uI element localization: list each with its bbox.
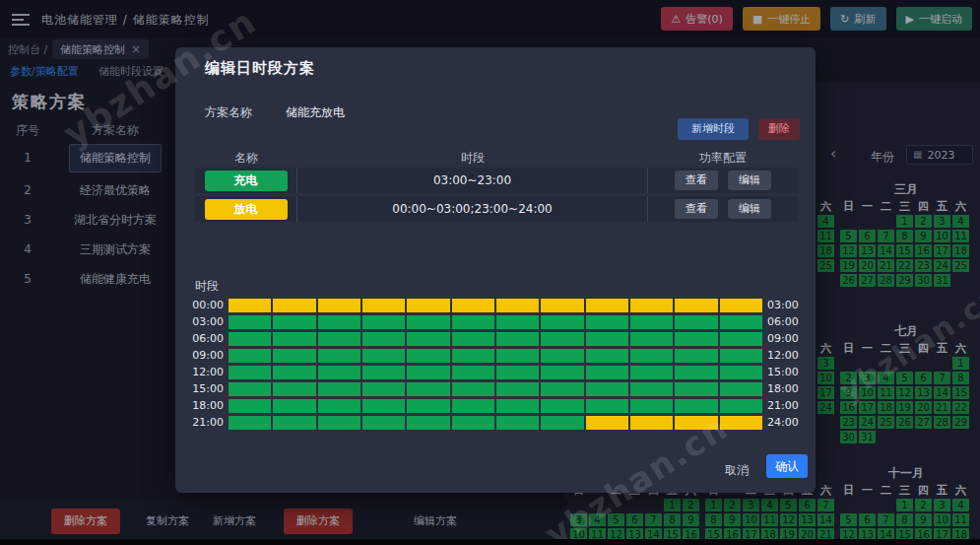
time-grid-cell[interactable] [541,366,583,379]
time-grid-cell[interactable] [496,332,539,346]
time-grid-cell[interactable] [452,399,494,413]
time-grid-cell[interactable] [675,315,717,329]
cancel-button[interactable]: 取消 [719,458,754,483]
time-grid-cell[interactable] [273,315,315,329]
time-grid-cell[interactable] [541,416,583,430]
time-grid-cell[interactable] [675,399,717,413]
time-grid-cell[interactable] [229,332,271,346]
time-grid-cell[interactable] [496,416,539,430]
time-grid-cell[interactable] [720,349,762,363]
time-grid-cell[interactable] [541,382,583,396]
time-grid-cell[interactable] [630,399,673,413]
time-grid-cell[interactable] [630,416,673,430]
period-type-button[interactable]: 充电 [205,170,288,191]
time-grid-cell[interactable] [452,416,494,430]
time-grid-cell[interactable] [586,399,628,413]
time-grid-cell[interactable] [541,332,583,346]
time-grid-cell[interactable] [407,349,449,363]
time-grid-cell[interactable] [586,416,628,430]
time-grid-cell[interactable] [362,349,405,363]
time-grid-cell[interactable] [229,416,271,430]
time-grid-cell[interactable] [407,315,449,329]
time-grid-cell[interactable] [675,416,717,430]
time-grid-cell[interactable] [720,315,762,329]
time-grid-cell[interactable] [362,332,405,346]
time-grid-cell[interactable] [496,366,539,379]
time-grid-cell[interactable] [362,416,405,430]
time-grid-cell[interactable] [318,349,360,363]
time-grid-cell[interactable] [452,332,494,346]
time-grid-cell[interactable] [496,349,539,363]
time-grid-cell[interactable] [541,349,583,363]
time-grid-cell[interactable] [720,332,762,346]
time-grid-cell[interactable] [318,382,360,396]
time-grid-cell[interactable] [273,349,315,363]
view-button[interactable]: 查看 [675,170,718,190]
time-grid-cell[interactable] [229,315,271,329]
time-grid-cell[interactable] [675,299,717,312]
time-grid-cell[interactable] [273,299,315,312]
time-grid-cell[interactable] [229,382,271,396]
time-grid-cell[interactable] [318,366,360,379]
time-grid-cell[interactable] [273,382,315,396]
time-grid-cell[interactable] [407,332,449,346]
time-grid-cell[interactable] [586,366,628,379]
time-grid-cell[interactable] [229,299,271,312]
time-grid-cell[interactable] [720,382,762,396]
time-grid-cell[interactable] [273,332,315,346]
time-grid-cell[interactable] [318,332,360,346]
time-grid-cell[interactable] [273,399,315,413]
time-grid-cell[interactable] [496,299,539,312]
time-grid-cell[interactable] [630,299,673,312]
time-grid-cell[interactable] [273,416,315,430]
time-grid-cell[interactable] [720,399,762,413]
time-grid-cell[interactable] [229,349,271,363]
time-grid-cell[interactable] [452,366,494,379]
time-grid-cell[interactable] [720,299,762,312]
time-grid-cell[interactable] [362,299,405,312]
time-grid-cell[interactable] [630,366,673,379]
time-grid-cell[interactable] [362,382,405,396]
edit-button[interactable]: 编辑 [728,199,771,219]
time-grid-cell[interactable] [675,349,717,363]
time-grid-cell[interactable] [586,349,628,363]
time-grid-cell[interactable] [675,366,717,379]
time-grid-cell[interactable] [407,366,449,379]
time-grid-cell[interactable] [318,399,360,413]
time-grid-cell[interactable] [541,315,583,329]
time-grid-cell[interactable] [229,399,271,413]
period-type-button[interactable]: 放电 [205,199,288,220]
time-grid-cell[interactable] [318,315,360,329]
time-grid-cell[interactable] [720,366,762,379]
time-grid-cell[interactable] [675,332,717,346]
time-grid-cell[interactable] [407,399,449,413]
view-button[interactable]: 查看 [675,199,718,219]
time-grid-cell[interactable] [452,349,494,363]
time-grid-cell[interactable] [630,382,673,396]
time-grid-cell[interactable] [496,382,539,396]
time-grid-cell[interactable] [318,416,360,430]
time-grid-cell[interactable] [586,299,628,312]
time-grid-cell[interactable] [541,299,583,312]
time-grid-cell[interactable] [586,382,628,396]
delete-period-button[interactable]: 删除 [758,118,800,140]
time-grid-cell[interactable] [452,382,494,396]
time-grid-cell[interactable] [675,382,717,396]
time-grid-cell[interactable] [630,315,673,329]
time-grid-cell[interactable] [407,382,449,396]
time-grid-cell[interactable] [720,416,762,430]
time-grid-cell[interactable] [630,332,673,346]
time-grid-cell[interactable] [586,315,628,329]
time-grid-cell[interactable] [318,299,360,312]
time-grid-cell[interactable] [541,399,583,413]
add-period-button[interactable]: 新增时段 [678,118,749,140]
time-grid-cell[interactable] [362,366,405,379]
time-grid-cell[interactable] [362,315,405,329]
time-grid-cell[interactable] [407,416,449,430]
time-grid-cell[interactable] [452,315,494,329]
confirm-button[interactable]: 确认 [766,454,808,478]
time-grid-cell[interactable] [496,399,539,413]
time-grid-cell[interactable] [630,349,673,363]
edit-button[interactable]: 编辑 [728,170,771,190]
time-grid-cell[interactable] [452,299,494,312]
